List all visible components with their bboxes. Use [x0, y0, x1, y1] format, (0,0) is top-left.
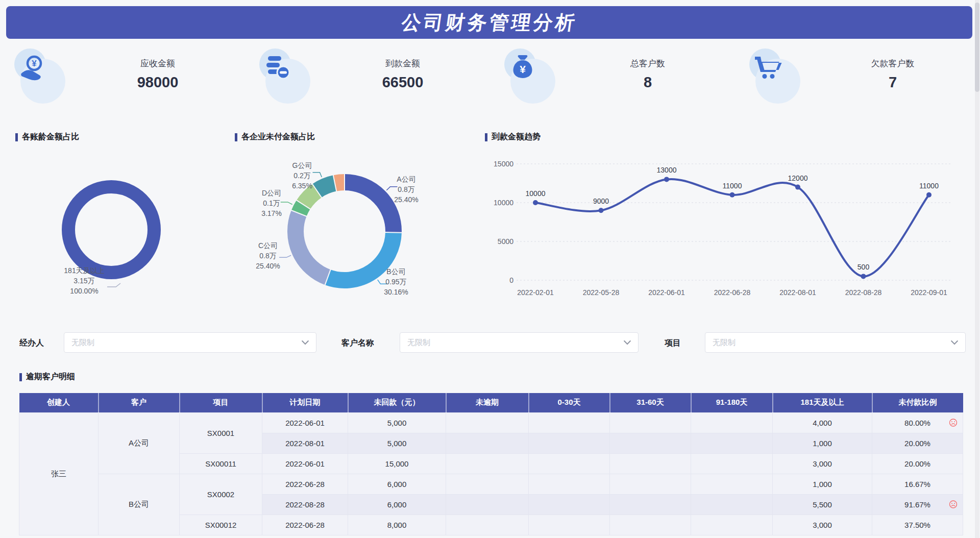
- table-cell: 1,000: [773, 474, 872, 494]
- kpi-value: 8: [560, 74, 735, 91]
- table-cell: 2022-06-28: [262, 474, 348, 494]
- table-cell: 4,000: [773, 412, 872, 433]
- table-cell: 2022-06-01: [262, 412, 348, 433]
- pie-slice-label: A公司0.8万25.40%: [394, 174, 418, 205]
- table-cell: [446, 515, 529, 535]
- label-leader-line: [281, 202, 292, 205]
- kpi-received: 到款金额 66500: [245, 45, 490, 105]
- x-tick-label: 2022-06-28: [714, 288, 751, 297]
- table-cell: 20.00%: [872, 433, 963, 453]
- table-cell: [610, 515, 691, 535]
- sad-face-icon: [949, 419, 958, 427]
- table-cell: [529, 453, 610, 474]
- data-point-label: 12000: [788, 174, 808, 182]
- coins-minus-icon: [255, 45, 315, 105]
- x-tick-label: 2022-08-01: [779, 288, 816, 297]
- page-title: 公司财务管理分析: [400, 10, 579, 36]
- table-column-header: 计划日期: [262, 393, 348, 412]
- header-banner: 公司财务管理分析: [6, 6, 972, 39]
- data-point: [861, 274, 866, 279]
- table-cell: SX0002: [180, 474, 262, 515]
- donut-slice: [296, 213, 328, 277]
- data-point: [926, 192, 932, 198]
- table-cell: 8,000: [348, 515, 446, 535]
- sad-face-icon: [949, 500, 958, 509]
- pie-slice-label: C公司0.8万25.40%: [256, 240, 280, 271]
- table-cell: [691, 494, 773, 515]
- donut-slice: [299, 205, 304, 213]
- table-cell: 91.67%: [872, 494, 963, 515]
- donut-slice: [303, 191, 317, 205]
- table-column-header: 未逾期: [446, 393, 529, 412]
- table-title: 逾期客户明细: [26, 372, 75, 382]
- table-cell: 1,000: [773, 433, 872, 453]
- table-cell: 6,000: [348, 494, 446, 515]
- kpi-value: 66500: [315, 74, 490, 91]
- kpi-row: ¥ 应收金额 98000 到款金额 66500: [0, 45, 980, 105]
- kpi-owing-customers: 欠款客户数 7: [735, 45, 980, 105]
- filter-label-handler: 经办人: [19, 338, 44, 349]
- table-cell: 20.00%: [872, 453, 963, 474]
- table-cell: 3,000: [773, 453, 872, 474]
- table-column-header: 未付款比例: [872, 393, 963, 412]
- table-column-header: 未回款（元）: [348, 393, 446, 412]
- filter-label-project: 项目: [665, 338, 681, 349]
- kpi-value: 98000: [70, 74, 245, 91]
- table-cell: [610, 412, 691, 433]
- table-cell: 5,000: [348, 412, 446, 433]
- data-point-label: 9000: [593, 197, 609, 205]
- table-cell: [691, 453, 773, 474]
- project-select[interactable]: 无限制: [705, 332, 966, 353]
- table-cell: SX00011: [180, 453, 262, 474]
- table-cell: [610, 453, 691, 474]
- table-cell: 2022-06-01: [262, 453, 348, 474]
- x-tick-label: 2022-09-01: [911, 288, 947, 297]
- trend-line-chart: 到款金额趋势 150001000050000100002022-02-01900…: [485, 132, 975, 315]
- table-cell: [446, 433, 529, 453]
- table-cell: [529, 515, 610, 535]
- table-header-row: 创建人客户项目计划日期未回款（元）未逾期0-30天31-60天91-180天18…: [19, 393, 963, 412]
- svg-text:¥: ¥: [32, 59, 37, 68]
- table-cell: [691, 515, 773, 535]
- pie-slice-label: D公司0.1万3.17%: [261, 188, 282, 218]
- data-point-label: 10000: [526, 189, 546, 198]
- kpi-label: 到款金额: [315, 58, 490, 69]
- table-cell: [529, 494, 610, 515]
- table-cell: [446, 494, 529, 515]
- cart-icon: [745, 45, 805, 105]
- table-cell: 37.50%: [872, 515, 963, 535]
- select-placeholder: 无限制: [713, 338, 736, 348]
- table-cell: 15,000: [348, 453, 446, 474]
- table-column-header: 91-180天: [691, 393, 773, 412]
- table-cell: SX00012: [180, 515, 262, 535]
- table-cell: 2022-06-28: [262, 515, 348, 535]
- data-point-label: 11000: [723, 182, 742, 190]
- data-point: [664, 177, 669, 182]
- data-point-label: 11000: [919, 182, 939, 190]
- kpi-label: 欠款客户数: [805, 58, 980, 69]
- table-cell: 5,000: [348, 433, 446, 453]
- table-cell: [446, 412, 529, 433]
- table-column-header: 31-60天: [610, 393, 691, 412]
- x-tick-label: 2022-06-01: [648, 288, 685, 297]
- table-cell: 2022-08-01: [262, 433, 348, 453]
- table-cell: SX0001: [180, 412, 262, 453]
- data-point-label: 500: [857, 263, 870, 271]
- data-point: [795, 185, 800, 190]
- table-cell: B公司: [99, 474, 180, 535]
- donut-svg: [15, 132, 219, 315]
- select-placeholder: 无限制: [71, 338, 94, 348]
- label-leader-line: [107, 283, 120, 287]
- table-cell: [691, 433, 773, 453]
- handler-select[interactable]: 无限制: [64, 332, 316, 353]
- donut-slice: [345, 182, 394, 232]
- accent-bar: [19, 373, 22, 381]
- table-column-header: 项目: [180, 393, 262, 412]
- scrollbar-thumb[interactable]: [975, 3, 979, 92]
- donut-slice: [317, 183, 335, 191]
- table-cell: [529, 433, 610, 453]
- pie-slice-label: 181天及以上3.15万100.00%: [64, 265, 104, 296]
- data-point: [730, 192, 735, 198]
- data-point: [533, 200, 538, 205]
- customer-select[interactable]: 无限制: [400, 332, 639, 353]
